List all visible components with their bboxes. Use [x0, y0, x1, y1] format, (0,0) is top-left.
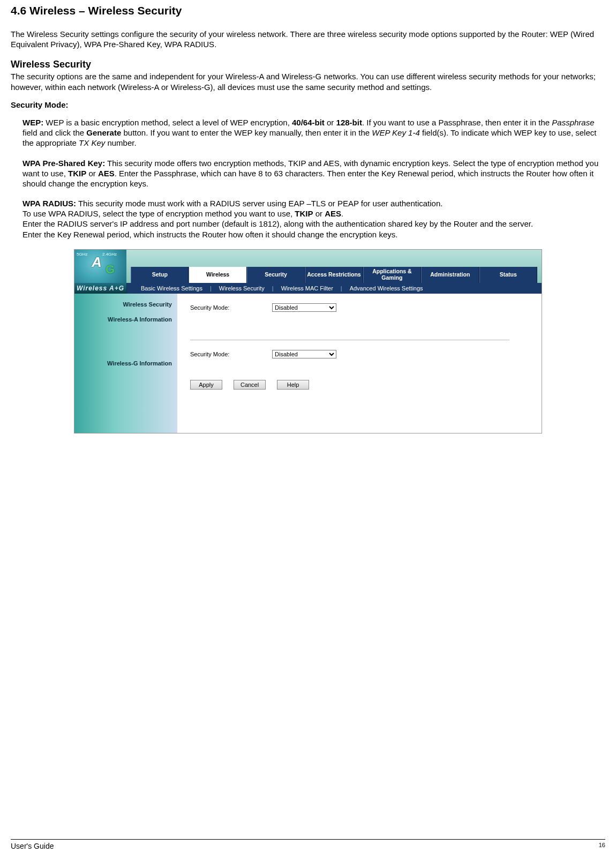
sidebar-wireless-security: Wireless Security — [74, 299, 177, 314]
section-title: 4.6 Wireless – Wireless Security — [11, 4, 605, 17]
tab-access-restrictions[interactable]: Access Restrictions — [305, 267, 363, 283]
tab-wireless[interactable]: Wireless — [189, 267, 246, 283]
router-sub-tabs: Basic Wireless Settings| Wireless Securi… — [127, 283, 542, 294]
wpa-psk-label: WPA Pre-Shared Key: — [22, 159, 105, 168]
wireless-security-heading: Wireless Security — [11, 59, 605, 70]
sidebar-wireless-a-info: Wireless-A Information — [74, 314, 177, 329]
tab-applications-gaming[interactable]: Applications & Gaming — [363, 267, 421, 283]
page-footer: User's Guide 16 — [11, 839, 605, 850]
router-brand-label: Wireless A+G — [74, 283, 127, 294]
wpa-radius-label: WPA RADIUS: — [22, 199, 76, 208]
security-mode-a-label: Security Mode: — [190, 304, 271, 311]
subtab-advanced-wireless[interactable]: Advanced Wireless Settings — [342, 285, 431, 291]
router-logo: 5GHz 2.4GHz A G — [74, 250, 126, 283]
router-main-tabs: Setup Wireless Security Access Restricti… — [126, 250, 542, 283]
footer-page-number: 16 — [599, 842, 605, 850]
logo-letter-g: G — [106, 263, 115, 276]
footer-guide-label: User's Guide — [11, 842, 54, 850]
security-mode-g-select[interactable]: Disabled — [272, 350, 336, 358]
tab-status[interactable]: Status — [479, 267, 537, 283]
wep-paragraph: WEP: WEP is a basic encryption method, s… — [22, 117, 605, 148]
logo-letter-a: A — [92, 254, 102, 271]
security-mode-a-select[interactable]: Disabled — [272, 303, 336, 312]
tab-security[interactable]: Security — [247, 267, 305, 283]
security-mode-g-label: Security Mode: — [190, 351, 271, 357]
router-sidebar: Wireless Security Wireless-A Information… — [74, 294, 177, 433]
tab-setup[interactable]: Setup — [131, 267, 189, 283]
subtab-basic-wireless[interactable]: Basic Wireless Settings — [133, 285, 210, 291]
logo-5ghz-text: 5GHz — [77, 252, 87, 257]
wpa-radius-paragraph: WPA RADIUS: This security mode must work… — [22, 198, 605, 240]
wpa-psk-paragraph: WPA Pre-Shared Key: This security mode o… — [22, 158, 605, 189]
wireless-a-security-row: Security Mode: Disabled — [190, 303, 536, 312]
security-mode-heading: Security Mode: — [11, 100, 605, 110]
router-divider — [190, 340, 509, 340]
wep-label: WEP: — [22, 118, 43, 127]
router-admin-screenshot: 5GHz 2.4GHz A G Setup Wireless Security … — [74, 249, 542, 433]
cancel-button[interactable]: Cancel — [234, 380, 266, 390]
intro-paragraph: The Wireless Security settings configure… — [11, 29, 605, 49]
logo-24ghz-text: 2.4GHz — [102, 252, 117, 257]
subtab-wireless-security[interactable]: Wireless Security — [212, 285, 272, 291]
subtab-wireless-mac-filter[interactable]: Wireless MAC Filter — [274, 285, 341, 291]
wireless-g-security-row: Security Mode: Disabled — [190, 350, 536, 358]
apply-button[interactable]: Apply — [190, 380, 222, 390]
tab-administration[interactable]: Administration — [421, 267, 479, 283]
sidebar-wireless-g-info: Wireless-G Information — [74, 329, 177, 373]
wireless-security-desc: The security options are the same and in… — [11, 71, 605, 92]
help-button[interactable]: Help — [277, 380, 309, 390]
